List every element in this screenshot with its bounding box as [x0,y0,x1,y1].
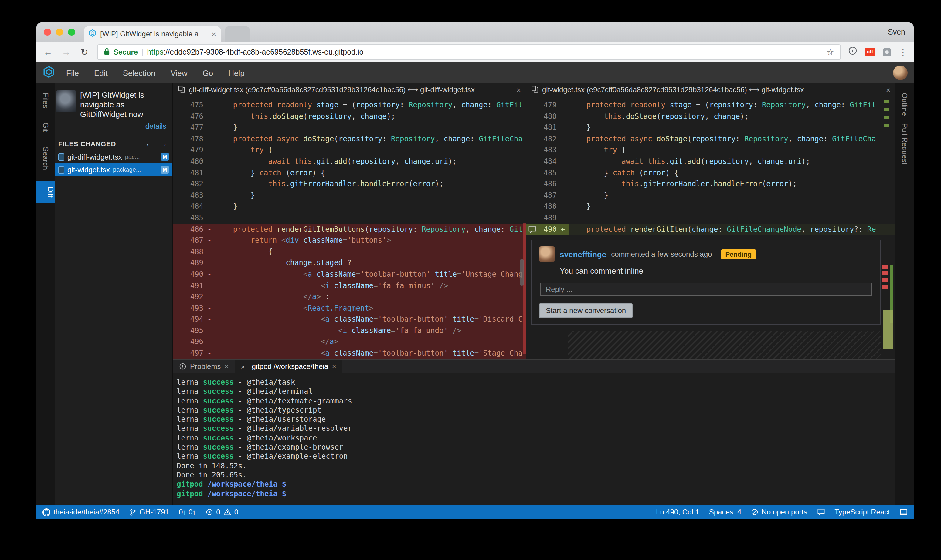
branch-status[interactable]: GH-1791 [129,508,169,516]
code-line-477[interactable]: 477 } [173,122,526,133]
code-line-486[interactable]: 486- protected renderGitItemButtons(repo… [173,223,526,235]
details-link[interactable]: details [55,121,173,135]
code-line-476[interactable]: 476 this.doStage(repository, change); [173,111,526,122]
overview-ruler[interactable] [882,97,895,359]
code-line-489[interactable]: 489- change.staged ? [173,258,526,269]
layout-toggle-button[interactable] [900,508,908,516]
file-row-git-widget.tsx[interactable]: git-widget.tsxpackage...M [55,163,173,176]
bookmark-star-icon[interactable]: ☆ [826,47,834,57]
close-panel-tab-icon[interactable]: × [332,362,336,371]
code-line-475[interactable]: 475 protected readonly stage = (reposito… [173,100,526,111]
language-mode[interactable]: TypeScript React [835,508,890,516]
line-number: 489 [173,258,204,269]
menu-file[interactable]: File [66,68,79,77]
diff-editor-original[interactable]: 475 protected readonly stage = (reposito… [173,97,526,359]
code-line-488[interactable]: 488 } [526,201,895,212]
window-controls [44,29,75,36]
activity-item-git[interactable]: Git [41,120,50,135]
code-line-487[interactable]: 487 } [526,190,895,201]
code-line-491[interactable]: 491- <i className='fa fa-minus' /> [173,280,526,291]
user-avatar[interactable] [893,66,908,80]
code-line-484[interactable]: 484 await this.git.add(repository, chang… [526,156,895,167]
code-line-480[interactable]: 480 this.doStage(repository, change); [526,111,895,122]
new-tab-button[interactable] [225,26,250,42]
code-line-478[interactable]: 478 protected async doStage(repository: … [173,134,526,145]
code-line-486[interactable]: 486 this.gitErrorHandler.handleError(err… [526,178,895,189]
close-window-button[interactable] [44,29,51,36]
comment-author[interactable]: svenefftinge [560,250,606,259]
code-line-485[interactable]: 485 [173,212,526,223]
line-number: 479 [173,145,204,156]
code-line-483[interactable]: 483 try { [526,145,895,156]
url-field[interactable]: Secure | https://edde92b7-9308-4bdf-ac8b… [97,44,841,60]
zoom-window-button[interactable] [68,29,75,36]
feedback-button[interactable] [817,508,825,516]
code-line-484[interactable]: 484 } [173,201,526,212]
close-tab-icon[interactable]: × [516,85,521,94]
reply-input[interactable] [540,283,872,296]
extension-icon[interactable] [883,48,891,56]
next-change-icon[interactable]: → [159,139,168,148]
code-line-479[interactable]: 479 protected readonly stage = (reposito… [526,100,895,111]
activity-item-diff[interactable]: Diff [36,181,55,203]
browser-menu-icon[interactable]: ⋮ [898,46,908,57]
activity-item-files[interactable]: Files [41,90,50,111]
code-line-485[interactable]: 485 } catch (error) { [526,167,895,178]
code-line-494[interactable]: 494- <a className='toolbar-button' title… [173,314,526,325]
code-line-487[interactable]: 487- return <div className='buttons'> [173,235,526,246]
tab-problems[interactable]: Problems × [173,360,234,373]
ports-status[interactable]: No open ports [751,508,807,516]
code-line-496[interactable]: 496- </a> [173,337,526,348]
tab-terminal[interactable]: >_ gitpod /workspace/theia × [234,360,342,373]
terminal-output[interactable]: lerna success - @theia/tasklerna success… [173,373,895,505]
code-line-489[interactable]: 489 [526,212,895,223]
close-tab-icon[interactable]: × [886,85,891,94]
code-line-490[interactable]: 490+ protected renderGitItem(change: Git… [526,223,895,235]
code-line-482[interactable]: 482 protected async doStage(repository: … [526,134,895,145]
code-line-483[interactable]: 483 } [173,190,526,201]
menu-go[interactable]: Go [203,68,213,77]
inline-comment-icon[interactable] [528,225,537,236]
page-info-icon[interactable] [848,46,857,58]
previous-change-icon[interactable]: ← [145,139,153,148]
code-line-495[interactable]: 495- <i className='fa fa-undo' /> [173,325,526,337]
extension-off-badge[interactable]: off [864,48,875,56]
browser-tab[interactable]: [WIP] GitWidget is navigable a × [84,26,221,42]
repo-status[interactable]: theia-ide/theia#2854 [43,508,120,516]
code-line-481[interactable]: 481 } catch (error) { [173,167,526,178]
minimize-window-button[interactable] [56,29,63,36]
code-line-490[interactable]: 490- <a className='toolbar-button' title… [173,269,526,280]
tab-close-icon[interactable]: × [211,30,216,38]
right-rail-outline[interactable]: Outline [900,93,909,116]
reload-icon[interactable]: ↻ [79,46,90,57]
indentation-setting[interactable]: Spaces: 4 [709,508,742,516]
code-line-488[interactable]: 488- { [173,246,526,257]
diff-editor-tab-right[interactable]: git-widget.tsx (e9c7cff0a56da8c827cd9531… [526,83,895,97]
code-line-481[interactable]: 481 } [526,122,895,133]
code-line-482[interactable]: 482 this.gitErrorHandler.handleError(err… [173,178,526,189]
scrollbar-thumb[interactable] [520,259,524,286]
file-row-git-diff-widget.tsx[interactable]: git-diff-widget.tsxpac...M [55,151,173,163]
right-rail-pull-request[interactable]: Pull Request [900,123,909,165]
code-line-479[interactable]: 479 try { [173,145,526,156]
code-line-492[interactable]: 492- </a> : [173,291,526,302]
activity-item-search[interactable]: Search [41,143,50,172]
forward-icon[interactable]: → [61,47,72,57]
diff-editor-modified[interactable]: 479 protected readonly stage = (reposito… [526,97,895,359]
diff-editor-tab-left[interactable]: git-diff-widget.tsx (e9c7cff0a56da8c827c… [173,83,526,97]
close-panel-tab-icon[interactable]: × [224,362,228,371]
code-line-480[interactable]: 480 await this.git.add(repository, chang… [173,156,526,167]
menu-help[interactable]: Help [228,68,245,77]
problems-status[interactable]: 0 0 [206,508,238,516]
code-line-497[interactable]: 497- <a className='toolbar-button' title… [173,348,526,359]
cursor-position[interactable]: Ln 490, Col 1 [656,508,699,516]
terminal-line: lerna success - @theia/textmate-grammars [177,397,895,406]
menu-view[interactable]: View [171,68,188,77]
sync-status[interactable]: 0↓ 0↑ [179,508,196,516]
start-conversation-button[interactable]: Start a new conversation [539,303,632,318]
menu-edit[interactable]: Edit [94,68,108,77]
menu-selection[interactable]: Selection [123,68,156,77]
back-icon[interactable]: ← [43,47,53,57]
code-line-493[interactable]: 493- <React.Fragment> [173,302,526,314]
diff-sign [557,167,569,178]
